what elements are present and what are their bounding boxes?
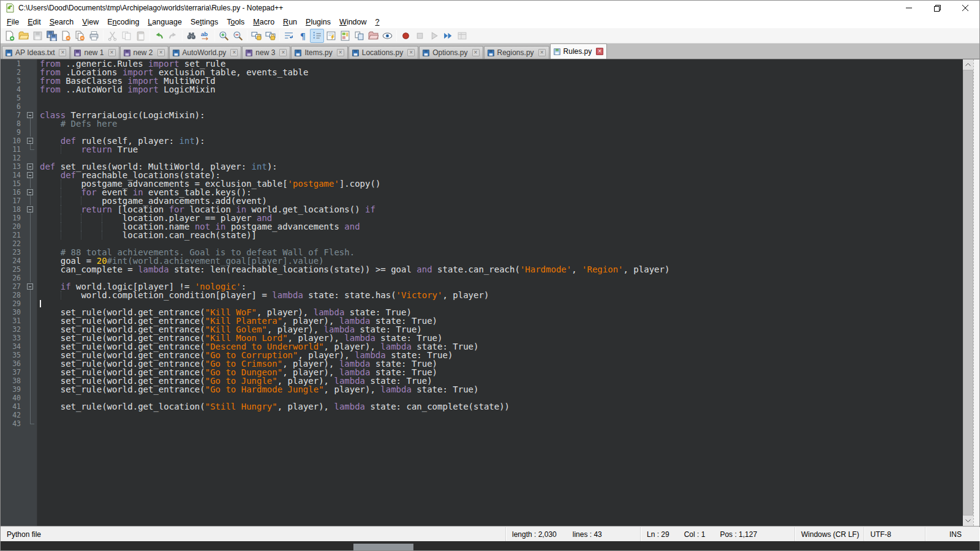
menu-view[interactable]: View (78, 17, 103, 28)
tab-close-icon[interactable]: × (59, 49, 66, 56)
redo-icon[interactable] (166, 29, 180, 43)
close-all-icon[interactable] (73, 29, 87, 43)
tab-close-icon[interactable]: × (472, 49, 480, 56)
find-icon[interactable] (184, 29, 198, 43)
tab-close-icon[interactable]: × (108, 49, 116, 56)
paste-icon[interactable] (134, 29, 148, 43)
open-file-icon[interactable] (17, 29, 31, 43)
indent-guide-line (102, 231, 102, 239)
tab-autoworld-py[interactable]: AutoWorld.py× (169, 46, 242, 59)
copy-icon[interactable] (119, 29, 134, 43)
menu-tools[interactable]: Tools (222, 17, 249, 28)
fold-collapse-marker[interactable] (24, 137, 37, 145)
fold-collapse-marker[interactable] (24, 162, 37, 171)
menu-run[interactable]: Run (279, 17, 301, 28)
word-wrap-icon[interactable] (282, 29, 296, 43)
folder-workspace-icon[interactable] (366, 29, 380, 43)
save-all-icon[interactable] (45, 29, 59, 43)
editor-area: 1234567891011121314151617181920212223242… (1, 59, 979, 526)
chevron-up-icon (965, 63, 971, 66)
menu-language[interactable]: Language (143, 17, 186, 28)
document-map-icon[interactable] (338, 29, 352, 43)
fold-guide (24, 179, 37, 188)
indent-guide-line (61, 291, 61, 299)
code-text-area[interactable]: from ..generic.Rules import set_rulefrom… (37, 59, 963, 526)
menu-file[interactable]: File (2, 17, 23, 28)
scroll-up-arrow[interactable] (963, 59, 973, 70)
zoom-out-icon[interactable] (231, 29, 245, 43)
code-token: import (127, 84, 159, 94)
tab-options-py[interactable]: Options.py× (419, 46, 483, 59)
scroll-down-arrow[interactable] (963, 515, 973, 526)
vertical-scrollbar[interactable] (963, 59, 973, 526)
function-list-icon[interactable] (324, 29, 338, 43)
tab-close-icon[interactable]: × (230, 49, 238, 56)
fold-collapse-marker[interactable] (24, 171, 37, 179)
restore-button[interactable] (923, 1, 951, 15)
fold-minus-box-icon[interactable] (27, 112, 33, 118)
fold-collapse-marker[interactable] (24, 188, 37, 197)
file-saved-floppy-icon (422, 49, 430, 57)
menu-macro[interactable]: Macro (249, 17, 279, 28)
fold-minus-box-icon[interactable] (27, 138, 33, 144)
tab-close-icon[interactable]: × (279, 49, 287, 56)
fold-minus-box-icon[interactable] (27, 163, 33, 170)
macro-run-multi-icon[interactable] (441, 29, 455, 43)
show-all-chars-icon[interactable]: ¶ (296, 29, 310, 43)
notepad-plus-plus-window: C:\Users\Dood\Documents\tmp\Archipelago\… (0, 0, 980, 551)
tab-close-icon[interactable]: × (538, 49, 546, 56)
menu-?[interactable]: ? (371, 17, 384, 28)
tab-new-3[interactable]: new 3× (242, 46, 290, 59)
indent-guide-icon[interactable] (310, 29, 324, 43)
monitoring-eye-icon[interactable] (380, 29, 394, 43)
fold-collapse-marker[interactable] (24, 111, 37, 119)
tab-close-icon[interactable]: × (337, 49, 344, 56)
menu-search[interactable]: Search (45, 17, 78, 28)
fold-margin[interactable] (24, 59, 37, 526)
replace-icon[interactable]: ab (198, 29, 213, 43)
close-button[interactable] (951, 1, 979, 15)
tab-items-py[interactable]: Items.py× (291, 46, 347, 59)
zoom-in-icon[interactable] (217, 29, 231, 43)
fold-collapse-marker[interactable] (24, 282, 37, 291)
scrollbar-thumb[interactable] (963, 70, 973, 515)
undo-icon[interactable] (152, 29, 166, 43)
tab-locations-py[interactable]: Locations.py× (349, 46, 418, 59)
tab-close-icon[interactable]: × (157, 49, 165, 56)
tab-close-icon[interactable]: × (407, 49, 415, 56)
tab-close-icon[interactable]: × (596, 48, 603, 55)
cut-icon[interactable] (105, 29, 119, 43)
tab-ap-ideas-txt[interactable]: AP Ideas.txt× (2, 46, 70, 59)
close-file-icon[interactable] (59, 29, 73, 43)
macro-record-icon[interactable] (399, 29, 413, 43)
line-number: 10 (1, 137, 24, 145)
document-list-icon[interactable] (352, 29, 366, 43)
save-icon[interactable] (31, 29, 45, 43)
line-number-margin[interactable]: 1234567891011121314151617181920212223242… (1, 59, 24, 526)
tab-new-1[interactable]: new 1× (70, 46, 119, 59)
macro-stop-icon[interactable] (413, 29, 427, 43)
fold-collapse-marker[interactable] (24, 205, 37, 214)
code-editor[interactable]: 1234567891011121314151617181920212223242… (1, 59, 963, 526)
fold-minus-box-icon[interactable] (27, 283, 33, 290)
sync-vertical-icon[interactable] (249, 29, 263, 43)
macro-play-icon[interactable] (427, 29, 441, 43)
lines-label: lines : 43 (573, 530, 602, 539)
menu-window[interactable]: Window (335, 17, 371, 28)
tab-regions-py[interactable]: Regions.py× (484, 46, 549, 59)
menu-edit[interactable]: Edit (23, 17, 45, 28)
menu-settings[interactable]: Settings (186, 17, 222, 28)
macro-save-icon[interactable] (455, 29, 469, 43)
minimize-button[interactable] (895, 1, 923, 15)
tab-label: new 1 (84, 48, 104, 57)
menu-plugins[interactable]: Plugins (301, 17, 335, 28)
fold-minus-box-icon[interactable] (27, 172, 33, 178)
fold-minus-box-icon[interactable] (27, 189, 33, 195)
tab-rules-py[interactable]: Rules.py× (550, 43, 608, 59)
new-file-icon[interactable] (2, 29, 17, 43)
menu-encoding[interactable]: Encoding (103, 17, 143, 28)
tab-new-2[interactable]: new 2× (120, 46, 168, 59)
fold-minus-box-icon[interactable] (27, 206, 33, 212)
print-icon[interactable] (87, 29, 101, 43)
sync-horizontal-icon[interactable] (263, 29, 277, 43)
